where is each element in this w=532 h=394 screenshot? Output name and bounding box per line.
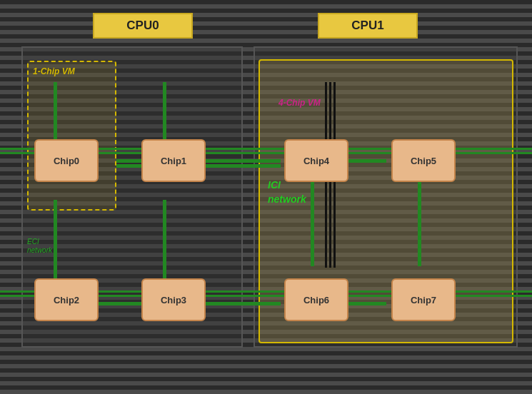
- chips-annotation-text: 4-Chip VM: [278, 98, 321, 108]
- cpu0-label: CPU0: [126, 19, 159, 33]
- chip3: Chip3: [141, 278, 206, 321]
- vm-box: 1-Chip VM: [27, 61, 116, 211]
- chip7: Chip7: [391, 278, 456, 321]
- chip0-label: Chip0: [54, 156, 79, 166]
- chip2: Chip2: [34, 278, 99, 321]
- hconn-chip3-chip6: [195, 302, 281, 305]
- chip0: Chip0: [34, 139, 99, 182]
- hconn-chip1-chip4: [195, 159, 281, 163]
- green-label-1: ECI: [27, 238, 39, 246]
- vconn-chip0-bot: [54, 200, 57, 286]
- chip4: Chip4: [284, 139, 348, 182]
- vconn-chip1-top: [163, 82, 166, 146]
- green-label-2: network: [27, 246, 52, 254]
- ici-label: ICInetwork: [268, 178, 306, 206]
- chip1: Chip1: [141, 139, 206, 182]
- hconn-chip1-chip4-2: [195, 164, 281, 168]
- vm-label: 1-Chip VM: [33, 66, 75, 76]
- chip6: Chip6: [284, 278, 348, 321]
- chips-annotation: 4-Chip VM: [278, 98, 321, 108]
- chip3-label: Chip3: [161, 295, 186, 305]
- chip1-label: Chip1: [161, 156, 186, 166]
- chip5-label: Chip5: [411, 156, 436, 166]
- chip2-label: Chip2: [54, 295, 79, 305]
- vconn-chip0-top: [54, 82, 57, 146]
- ici-text: ICInetwork: [268, 179, 306, 205]
- chip7-label: Chip7: [411, 295, 436, 305]
- chip4-label: Chip4: [303, 156, 329, 166]
- cpu1-label: CPU1: [351, 19, 383, 33]
- chip5: Chip5: [391, 139, 456, 182]
- cpu0-banner: CPU0: [93, 13, 193, 39]
- hconn-chip4-chip5: [345, 159, 386, 163]
- chip6-label: Chip6: [303, 295, 329, 305]
- vconn-chip1-bot: [163, 200, 166, 286]
- hconn-chip6-chip7: [345, 302, 386, 305]
- cpu1-banner: CPU1: [318, 13, 418, 39]
